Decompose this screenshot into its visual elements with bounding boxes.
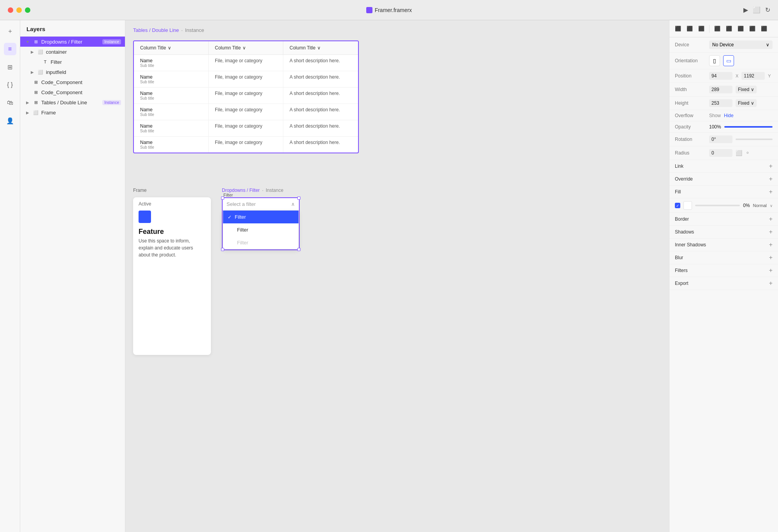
position-y-input[interactable] [741, 72, 765, 80]
filter-option-1[interactable]: ✓ Filter [223, 211, 299, 223]
filters-section[interactable]: Filters + [669, 264, 778, 277]
expand-icon: ▶ [30, 49, 35, 54]
align-top-button[interactable]: ⬛ [724, 23, 734, 34]
fill-color-swatch[interactable] [683, 201, 692, 210]
fill-add-icon[interactable]: + [769, 189, 773, 195]
titlebar-actions[interactable]: ▶ ⬜ ↻ [743, 6, 770, 14]
cell-value: File, image or category [215, 140, 262, 145]
frame-icon: ⬜ [33, 109, 39, 116]
export-section[interactable]: Export + [669, 277, 778, 290]
layer-item-tables[interactable]: ▶ ⊞ Tables / Double Line Instance [20, 97, 125, 107]
opacity-slider[interactable] [724, 126, 773, 128]
override-add-icon[interactable]: + [769, 176, 773, 182]
align-center-h-button[interactable]: ⬛ [684, 23, 695, 34]
fill-section[interactable]: Fill + [669, 186, 778, 198]
align-bottom-button[interactable]: ⬛ [747, 23, 758, 34]
layer-item-inputfield[interactable]: ▶ ⬜ inputfield [20, 67, 125, 77]
overflow-hide[interactable]: Hide [724, 113, 734, 118]
share-button[interactable]: ↻ [765, 6, 770, 14]
layer-item-code-component-1[interactable]: ⊞ Code_Component [20, 77, 125, 87]
table-cell-col3: A short description here. [283, 104, 358, 120]
align-center-v-button[interactable]: ⬛ [735, 23, 746, 34]
handle-tr[interactable] [297, 197, 300, 200]
store-button[interactable]: 🛍 [4, 97, 16, 109]
layer-item-filter[interactable]: T Filter [20, 57, 125, 67]
filter-select-bar[interactable]: Select a filter ∧ [223, 198, 299, 211]
preview-button[interactable]: ⬜ [753, 6, 760, 14]
landscape-button[interactable]: ▭ [723, 55, 734, 66]
layer-name: inputfield [46, 69, 121, 75]
width-mode-dropdown[interactable]: Fixed ∨ [736, 86, 757, 93]
blur-add-icon[interactable]: + [769, 255, 773, 261]
layer-item-code-component-2[interactable]: ⊞ Code_Component [20, 87, 125, 97]
feature-title: Feature [133, 225, 211, 237]
table-header-col1: Column Title ∨ [134, 41, 209, 54]
table-cell-col3: A short description here. [283, 120, 358, 136]
delete-button[interactable]: ⬛ [712, 23, 723, 34]
distribute-h-button[interactable]: ⬛ [759, 23, 769, 34]
inner-shadows-add-icon[interactable]: + [769, 242, 773, 248]
inner-shadows-label: Inner Shadows [675, 242, 769, 248]
link-add-icon[interactable]: + [769, 163, 773, 169]
align-left-button[interactable]: ⬛ [673, 23, 683, 34]
play-button[interactable]: ▶ [743, 6, 748, 14]
layer-name: Tables / Double Line [41, 100, 100, 105]
chevron-icon: ∨ [242, 45, 246, 51]
grid-button[interactable]: ⊞ [4, 61, 16, 73]
filter-widget[interactable]: Filter Select a filter ∧ ✓ Filter Filter… [222, 197, 300, 250]
cell-name: Name [140, 123, 202, 129]
rotation-row: Rotation [669, 133, 778, 146]
table-header-col3: Column Title ∨ [283, 41, 358, 54]
width-input[interactable] [709, 86, 732, 93]
fill-opacity-track[interactable] [695, 205, 740, 206]
layers-button[interactable]: ≡ [4, 43, 16, 55]
inner-shadows-section[interactable]: Inner Shadows + [669, 239, 778, 251]
rotation-input[interactable] [709, 135, 732, 143]
layer-item-dropdowns-filter[interactable]: ▼ ⊞ Dropdowns / Filter Instance [20, 37, 125, 47]
overflow-show[interactable]: Show [709, 113, 721, 118]
height-mode-dropdown[interactable]: Fixed ∨ [736, 99, 757, 107]
shadows-section[interactable]: Shadows + [669, 226, 778, 239]
filters-add-icon[interactable]: + [769, 267, 773, 274]
fill-checkbox[interactable]: ✓ [675, 203, 680, 208]
position-x-input[interactable] [709, 72, 732, 80]
table-row: Name Sub title File, image or category A… [134, 137, 358, 153]
device-select[interactable]: No Device ∨ [709, 40, 773, 49]
users-button[interactable]: 👤 [4, 114, 16, 127]
expand-icon: ▶ [25, 110, 30, 115]
rotation-slider[interactable] [736, 139, 773, 140]
table-cell-name: Name Sub title [134, 104, 209, 120]
layers-title: Layers [26, 26, 45, 32]
overflow-label: Overflow [675, 113, 706, 118]
shadows-add-icon[interactable]: + [769, 229, 773, 235]
border-add-icon[interactable]: + [769, 216, 773, 222]
radius-input[interactable] [709, 149, 732, 157]
height-input[interactable] [709, 99, 732, 107]
filter-option-3[interactable]: Filter [223, 236, 299, 249]
minimize-button[interactable] [16, 7, 22, 13]
cell-name: Name [140, 107, 202, 112]
link-section[interactable]: Link + [669, 160, 778, 173]
layer-item-frame[interactable]: ▶ ⬜ Frame [20, 107, 125, 118]
fill-normal-mode[interactable]: Normal [753, 203, 767, 208]
portrait-button[interactable]: ▯ [709, 55, 720, 66]
handle-br[interactable] [297, 248, 300, 251]
border-section[interactable]: Border + [669, 213, 778, 226]
override-section[interactable]: Override + [669, 173, 778, 186]
fill-opacity-value: 0% [743, 203, 750, 208]
handle-tl[interactable] [221, 197, 224, 200]
layer-item-container[interactable]: ▶ ⬜ container [20, 47, 125, 57]
window-controls[interactable] [8, 7, 30, 13]
blur-section[interactable]: Blur + [669, 251, 778, 264]
export-add-icon[interactable]: + [769, 280, 773, 286]
add-button[interactable]: ＋ [4, 25, 16, 37]
filter-option-2[interactable]: Filter [223, 223, 299, 236]
width-label: Width [675, 87, 706, 92]
close-button[interactable] [8, 7, 13, 13]
chevron-down-icon: ∨ [751, 100, 754, 106]
align-right-button[interactable]: ⬛ [696, 23, 707, 34]
components-button[interactable]: { } [4, 79, 16, 91]
chevron-up-icon: ∧ [291, 201, 295, 207]
handle-bl[interactable] [221, 248, 224, 251]
maximize-button[interactable] [25, 7, 30, 13]
